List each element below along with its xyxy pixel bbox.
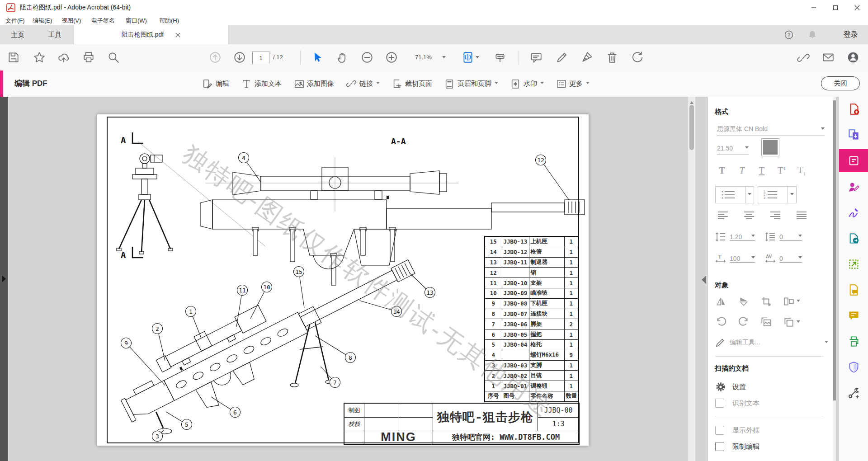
account-avatar[interactable] <box>847 51 859 64</box>
fill-sign-icon[interactable] <box>848 181 860 193</box>
highlight-pen-icon[interactable] <box>556 51 568 64</box>
menu-file[interactable]: 文件(F) <box>5 17 25 25</box>
font-family-select[interactable]: 思源黑体 CN Bold <box>717 123 825 136</box>
comment-icon[interactable] <box>530 51 542 64</box>
save-icon[interactable] <box>7 51 20 64</box>
paragraph-spacing-select[interactable]: 0 <box>779 233 802 241</box>
bold-button[interactable]: T <box>714 165 730 176</box>
add-tools-wrench-icon[interactable] <box>848 387 860 399</box>
undo-restore-icon[interactable] <box>631 51 643 64</box>
close-edit-mode-button[interactable]: 关闭 <box>821 76 860 90</box>
sign-pen-icon[interactable] <box>581 51 594 64</box>
superscript-button[interactable]: T1 <box>774 165 789 176</box>
bullet-list-button[interactable] <box>715 186 754 203</box>
align-left-button[interactable] <box>717 211 729 220</box>
print-icon[interactable] <box>82 51 95 64</box>
add-text-button[interactable]: 添加文本 <box>241 79 282 89</box>
flip-horizontal-icon[interactable] <box>738 296 750 307</box>
link-share-icon[interactable] <box>797 51 810 64</box>
notifications-bell-icon[interactable] <box>807 30 817 40</box>
maximize-button[interactable] <box>825 0 846 15</box>
line-spacing-select[interactable]: 1.20 <box>730 233 755 241</box>
align-center-button[interactable] <box>743 211 755 220</box>
watermark-button[interactable]: 水印 <box>510 79 544 89</box>
horizontal-scale-select[interactable]: 100 <box>730 255 755 263</box>
comment-bubble-icon[interactable] <box>848 310 860 322</box>
fit-page-caret-icon[interactable] <box>476 56 479 60</box>
select-tool-icon[interactable] <box>310 51 323 64</box>
align-justify-button[interactable] <box>796 211 807 220</box>
menu-window[interactable]: 窗口(W) <box>126 17 147 25</box>
help-icon[interactable]: ? <box>784 30 794 40</box>
zoom-level-value[interactable]: 71.1% <box>415 54 432 61</box>
expand-left-panel-icon[interactable] <box>2 275 9 282</box>
share-upload-icon[interactable] <box>57 51 70 64</box>
scroll-up-icon[interactable] <box>690 99 693 104</box>
star-icon[interactable] <box>33 51 46 64</box>
close-window-button[interactable] <box>846 0 868 15</box>
show-outline-checkbox[interactable] <box>715 426 724 435</box>
vertical-scrollbar[interactable] <box>688 97 695 461</box>
font-color-swatch[interactable] <box>761 138 779 156</box>
edit-button[interactable]: 编辑 <box>203 79 229 89</box>
underline-button[interactable]: T <box>754 165 769 176</box>
tab-close-icon[interactable] <box>175 33 180 38</box>
mail-icon[interactable] <box>822 51 835 64</box>
arrange-objects-button[interactable] <box>783 316 800 328</box>
minimize-button[interactable] <box>803 0 825 15</box>
zoom-out-icon[interactable] <box>361 51 373 64</box>
menu-edit[interactable]: 编辑(E) <box>33 17 52 25</box>
align-right-button[interactable] <box>769 211 781 220</box>
hand-tool-icon[interactable] <box>336 51 349 64</box>
fit-page-icon[interactable] <box>462 51 474 64</box>
collapse-right-panel-icon[interactable] <box>698 276 706 284</box>
menu-help[interactable]: 帮助(H) <box>159 17 179 25</box>
crop-pages-button[interactable]: 裁切页面 <box>392 79 432 89</box>
tab-tools[interactable]: 工具 <box>48 25 61 44</box>
delete-icon[interactable] <box>606 51 618 64</box>
export-pdf-icon[interactable] <box>848 232 860 245</box>
search-icon[interactable] <box>107 51 120 64</box>
login-button[interactable]: 登录 <box>844 25 858 44</box>
settings-button[interactable]: 设置 <box>715 381 746 392</box>
align-objects-button[interactable] <box>783 296 800 307</box>
combine-files-icon[interactable] <box>848 129 860 141</box>
replace-image-icon[interactable] <box>760 316 772 328</box>
subscript-button[interactable]: T1 <box>794 165 809 176</box>
panel-scrollbar[interactable] <box>833 97 836 461</box>
scrollbar-thumb[interactable] <box>689 105 694 150</box>
crop-object-icon[interactable] <box>760 296 772 307</box>
create-pdf-icon[interactable] <box>848 103 860 115</box>
edit-pdf-icon[interactable] <box>848 155 860 167</box>
drawing-number: JJBQ-00 <box>538 404 579 417</box>
link-button[interactable]: 链接 <box>346 79 380 89</box>
page-comment-icon[interactable] <box>848 284 860 296</box>
rotate-left-icon[interactable] <box>715 316 727 328</box>
flip-vertical-icon[interactable] <box>715 296 727 307</box>
zoom-caret-icon[interactable] <box>442 56 446 60</box>
character-spacing-select[interactable]: 0 <box>779 255 802 263</box>
font-size-select[interactable]: 21.50 <box>717 142 749 155</box>
menu-esign[interactable]: 电子签名 <box>91 17 115 25</box>
italic-button[interactable]: T <box>734 165 750 176</box>
header-footer-button[interactable]: 页眉和页脚 <box>444 79 498 89</box>
tab-home[interactable]: 主页 <box>11 25 24 44</box>
numbered-list-button[interactable]: 123 <box>758 186 797 203</box>
more-button[interactable]: 更多 <box>556 79 590 89</box>
rotate-right-icon[interactable] <box>738 316 750 328</box>
presentation-icon[interactable] <box>494 51 506 64</box>
recognize-text-checkbox[interactable] <box>715 399 724 408</box>
page-number-input[interactable]: 1 <box>252 52 269 64</box>
crop-resize-icon[interactable] <box>848 258 860 270</box>
next-page-icon[interactable] <box>233 51 246 64</box>
draw-icon[interactable] <box>848 207 860 219</box>
menu-view[interactable]: 视图(V) <box>61 17 81 25</box>
add-image-button[interactable]: 添加图像 <box>294 79 334 89</box>
restrict-edit-checkbox[interactable] <box>715 442 724 451</box>
protect-shield-icon[interactable] <box>848 361 860 373</box>
tab-document[interactable]: 阻击枪图纸.pdf <box>74 25 228 44</box>
zoom-in-icon[interactable] <box>385 51 398 64</box>
print-production-icon[interactable] <box>848 335 860 348</box>
edit-tools-button[interactable]: 编辑工具... <box>715 336 828 349</box>
previous-page-icon[interactable] <box>209 51 222 64</box>
